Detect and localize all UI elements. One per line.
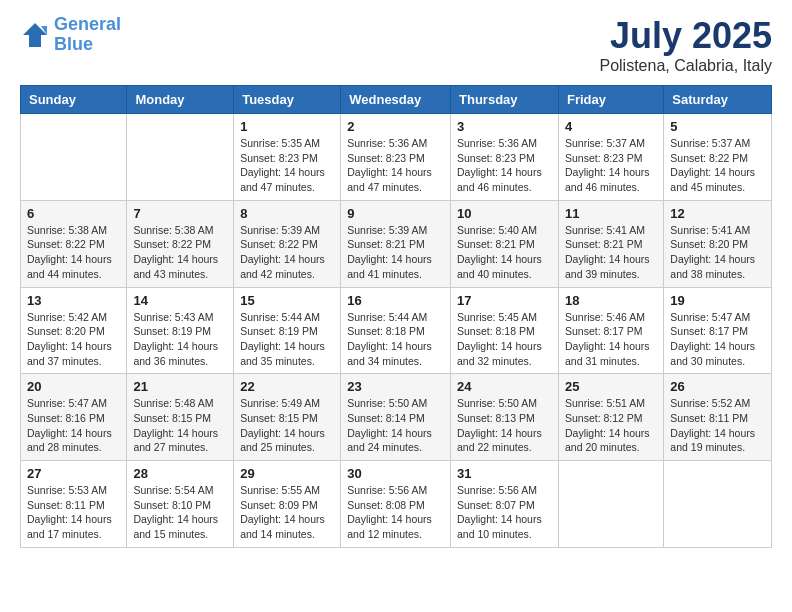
day-number: 17 bbox=[457, 293, 552, 308]
cell-info: Sunrise: 5:39 AM Sunset: 8:22 PM Dayligh… bbox=[240, 223, 334, 282]
day-number: 21 bbox=[133, 379, 227, 394]
calendar-cell bbox=[664, 461, 772, 548]
cell-info: Sunrise: 5:41 AM Sunset: 8:20 PM Dayligh… bbox=[670, 223, 765, 282]
day-number: 9 bbox=[347, 206, 444, 221]
cell-info: Sunrise: 5:38 AM Sunset: 8:22 PM Dayligh… bbox=[133, 223, 227, 282]
day-number: 2 bbox=[347, 119, 444, 134]
day-number: 7 bbox=[133, 206, 227, 221]
calendar-cell: 23Sunrise: 5:50 AM Sunset: 8:14 PM Dayli… bbox=[341, 374, 451, 461]
calendar-cell: 8Sunrise: 5:39 AM Sunset: 8:22 PM Daylig… bbox=[234, 200, 341, 287]
weekday-sunday: Sunday bbox=[21, 86, 127, 114]
day-number: 19 bbox=[670, 293, 765, 308]
calendar-cell: 22Sunrise: 5:49 AM Sunset: 8:15 PM Dayli… bbox=[234, 374, 341, 461]
calendar-cell: 26Sunrise: 5:52 AM Sunset: 8:11 PM Dayli… bbox=[664, 374, 772, 461]
week-row-4: 20Sunrise: 5:47 AM Sunset: 8:16 PM Dayli… bbox=[21, 374, 772, 461]
cell-info: Sunrise: 5:47 AM Sunset: 8:16 PM Dayligh… bbox=[27, 396, 120, 455]
day-number: 31 bbox=[457, 466, 552, 481]
calendar-cell bbox=[127, 114, 234, 201]
day-number: 29 bbox=[240, 466, 334, 481]
calendar-cell: 20Sunrise: 5:47 AM Sunset: 8:16 PM Dayli… bbox=[21, 374, 127, 461]
cell-info: Sunrise: 5:51 AM Sunset: 8:12 PM Dayligh… bbox=[565, 396, 657, 455]
logo-text: General Blue bbox=[54, 15, 121, 55]
weekday-thursday: Thursday bbox=[451, 86, 559, 114]
day-number: 14 bbox=[133, 293, 227, 308]
logo-blue: Blue bbox=[54, 34, 93, 54]
calendar-cell bbox=[21, 114, 127, 201]
calendar-subtitle: Polistena, Calabria, Italy bbox=[599, 57, 772, 75]
day-number: 27 bbox=[27, 466, 120, 481]
weekday-saturday: Saturday bbox=[664, 86, 772, 114]
week-row-5: 27Sunrise: 5:53 AM Sunset: 8:11 PM Dayli… bbox=[21, 461, 772, 548]
calendar-cell: 27Sunrise: 5:53 AM Sunset: 8:11 PM Dayli… bbox=[21, 461, 127, 548]
day-number: 4 bbox=[565, 119, 657, 134]
calendar-cell: 16Sunrise: 5:44 AM Sunset: 8:18 PM Dayli… bbox=[341, 287, 451, 374]
day-number: 18 bbox=[565, 293, 657, 308]
day-number: 24 bbox=[457, 379, 552, 394]
weekday-wednesday: Wednesday bbox=[341, 86, 451, 114]
calendar-cell: 29Sunrise: 5:55 AM Sunset: 8:09 PM Dayli… bbox=[234, 461, 341, 548]
calendar-cell: 1Sunrise: 5:35 AM Sunset: 8:23 PM Daylig… bbox=[234, 114, 341, 201]
calendar-cell: 9Sunrise: 5:39 AM Sunset: 8:21 PM Daylig… bbox=[341, 200, 451, 287]
cell-info: Sunrise: 5:54 AM Sunset: 8:10 PM Dayligh… bbox=[133, 483, 227, 542]
weekday-header-row: SundayMondayTuesdayWednesdayThursdayFrid… bbox=[21, 86, 772, 114]
day-number: 25 bbox=[565, 379, 657, 394]
day-number: 12 bbox=[670, 206, 765, 221]
day-number: 5 bbox=[670, 119, 765, 134]
day-number: 3 bbox=[457, 119, 552, 134]
calendar-cell: 13Sunrise: 5:42 AM Sunset: 8:20 PM Dayli… bbox=[21, 287, 127, 374]
calendar-cell: 6Sunrise: 5:38 AM Sunset: 8:22 PM Daylig… bbox=[21, 200, 127, 287]
cell-info: Sunrise: 5:56 AM Sunset: 8:08 PM Dayligh… bbox=[347, 483, 444, 542]
cell-info: Sunrise: 5:50 AM Sunset: 8:14 PM Dayligh… bbox=[347, 396, 444, 455]
week-row-2: 6Sunrise: 5:38 AM Sunset: 8:22 PM Daylig… bbox=[21, 200, 772, 287]
day-number: 22 bbox=[240, 379, 334, 394]
day-number: 6 bbox=[27, 206, 120, 221]
calendar-cell: 18Sunrise: 5:46 AM Sunset: 8:17 PM Dayli… bbox=[558, 287, 663, 374]
calendar-table: SundayMondayTuesdayWednesdayThursdayFrid… bbox=[20, 85, 772, 548]
day-number: 1 bbox=[240, 119, 334, 134]
calendar-cell: 25Sunrise: 5:51 AM Sunset: 8:12 PM Dayli… bbox=[558, 374, 663, 461]
cell-info: Sunrise: 5:43 AM Sunset: 8:19 PM Dayligh… bbox=[133, 310, 227, 369]
calendar-cell: 7Sunrise: 5:38 AM Sunset: 8:22 PM Daylig… bbox=[127, 200, 234, 287]
calendar-cell: 11Sunrise: 5:41 AM Sunset: 8:21 PM Dayli… bbox=[558, 200, 663, 287]
cell-info: Sunrise: 5:37 AM Sunset: 8:22 PM Dayligh… bbox=[670, 136, 765, 195]
logo-icon bbox=[20, 20, 50, 50]
cell-info: Sunrise: 5:38 AM Sunset: 8:22 PM Dayligh… bbox=[27, 223, 120, 282]
calendar-cell: 28Sunrise: 5:54 AM Sunset: 8:10 PM Dayli… bbox=[127, 461, 234, 548]
title-block: July 2025 Polistena, Calabria, Italy bbox=[599, 15, 772, 75]
weekday-tuesday: Tuesday bbox=[234, 86, 341, 114]
logo-general: General bbox=[54, 14, 121, 34]
cell-info: Sunrise: 5:44 AM Sunset: 8:18 PM Dayligh… bbox=[347, 310, 444, 369]
cell-info: Sunrise: 5:50 AM Sunset: 8:13 PM Dayligh… bbox=[457, 396, 552, 455]
calendar-cell bbox=[558, 461, 663, 548]
header: General Blue July 2025 Polistena, Calabr… bbox=[20, 15, 772, 75]
page: General Blue July 2025 Polistena, Calabr… bbox=[0, 0, 792, 563]
calendar-cell: 3Sunrise: 5:36 AM Sunset: 8:23 PM Daylig… bbox=[451, 114, 559, 201]
cell-info: Sunrise: 5:47 AM Sunset: 8:17 PM Dayligh… bbox=[670, 310, 765, 369]
day-number: 15 bbox=[240, 293, 334, 308]
cell-info: Sunrise: 5:48 AM Sunset: 8:15 PM Dayligh… bbox=[133, 396, 227, 455]
cell-info: Sunrise: 5:37 AM Sunset: 8:23 PM Dayligh… bbox=[565, 136, 657, 195]
calendar-cell: 19Sunrise: 5:47 AM Sunset: 8:17 PM Dayli… bbox=[664, 287, 772, 374]
calendar-cell: 10Sunrise: 5:40 AM Sunset: 8:21 PM Dayli… bbox=[451, 200, 559, 287]
cell-info: Sunrise: 5:49 AM Sunset: 8:15 PM Dayligh… bbox=[240, 396, 334, 455]
cell-info: Sunrise: 5:42 AM Sunset: 8:20 PM Dayligh… bbox=[27, 310, 120, 369]
cell-info: Sunrise: 5:36 AM Sunset: 8:23 PM Dayligh… bbox=[347, 136, 444, 195]
day-number: 23 bbox=[347, 379, 444, 394]
day-number: 8 bbox=[240, 206, 334, 221]
cell-info: Sunrise: 5:56 AM Sunset: 8:07 PM Dayligh… bbox=[457, 483, 552, 542]
cell-info: Sunrise: 5:44 AM Sunset: 8:19 PM Dayligh… bbox=[240, 310, 334, 369]
calendar-cell: 12Sunrise: 5:41 AM Sunset: 8:20 PM Dayli… bbox=[664, 200, 772, 287]
cell-info: Sunrise: 5:52 AM Sunset: 8:11 PM Dayligh… bbox=[670, 396, 765, 455]
day-number: 20 bbox=[27, 379, 120, 394]
day-number: 11 bbox=[565, 206, 657, 221]
logo: General Blue bbox=[20, 15, 121, 55]
calendar-cell: 31Sunrise: 5:56 AM Sunset: 8:07 PM Dayli… bbox=[451, 461, 559, 548]
calendar-title: July 2025 bbox=[599, 15, 772, 57]
cell-info: Sunrise: 5:40 AM Sunset: 8:21 PM Dayligh… bbox=[457, 223, 552, 282]
calendar-cell: 2Sunrise: 5:36 AM Sunset: 8:23 PM Daylig… bbox=[341, 114, 451, 201]
cell-info: Sunrise: 5:36 AM Sunset: 8:23 PM Dayligh… bbox=[457, 136, 552, 195]
cell-info: Sunrise: 5:53 AM Sunset: 8:11 PM Dayligh… bbox=[27, 483, 120, 542]
calendar-cell: 24Sunrise: 5:50 AM Sunset: 8:13 PM Dayli… bbox=[451, 374, 559, 461]
calendar-cell: 5Sunrise: 5:37 AM Sunset: 8:22 PM Daylig… bbox=[664, 114, 772, 201]
calendar-cell: 21Sunrise: 5:48 AM Sunset: 8:15 PM Dayli… bbox=[127, 374, 234, 461]
